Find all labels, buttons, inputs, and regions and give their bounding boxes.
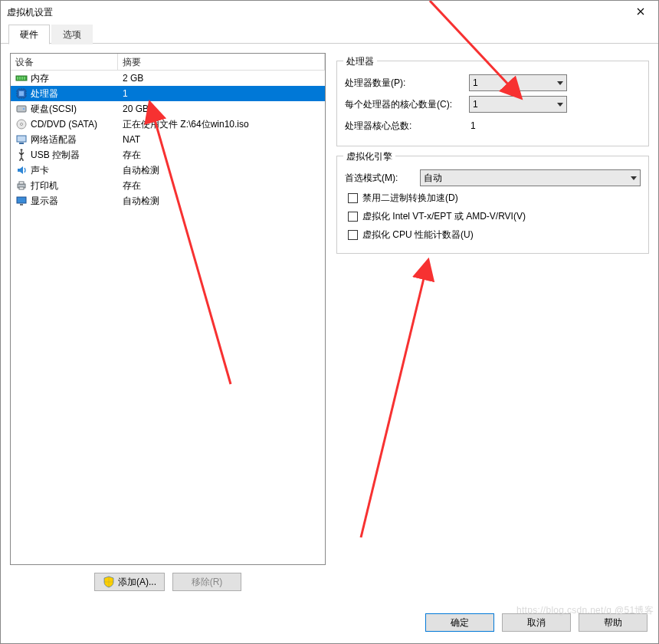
hardware-row[interactable]: 打印机存在 xyxy=(11,178,325,193)
hardware-row-summary: 1 xyxy=(118,88,325,99)
checkbox-icon xyxy=(348,230,358,240)
preferred-mode-label: 首选模式(M): xyxy=(345,172,415,185)
hardware-row-summary: 自动检测 xyxy=(118,164,325,177)
chk-perf-counters[interactable]: 虚拟化 CPU 性能计数器(U) xyxy=(345,225,641,244)
svg-rect-29 xyxy=(20,204,23,205)
add-button-label: 添加(A)... xyxy=(118,576,156,589)
remove-button-label: 移除(R) xyxy=(192,576,223,589)
svg-rect-2 xyxy=(19,77,21,80)
hardware-row[interactable]: 网络适配器NAT xyxy=(11,132,325,147)
tab-hardware[interactable]: 硬件 xyxy=(8,25,50,44)
shield-icon xyxy=(103,576,115,588)
hardware-row-summary: 2 GB xyxy=(118,73,325,84)
chevron-down-icon xyxy=(557,81,563,85)
hardware-actions: 添加(A)... 移除(R) xyxy=(10,565,326,597)
sound-icon xyxy=(15,164,28,176)
disk-icon xyxy=(15,103,28,115)
tabbar: 硬件 选项 xyxy=(1,24,658,44)
svg-rect-28 xyxy=(17,197,26,203)
preferred-mode-select[interactable]: 自动 xyxy=(420,169,641,186)
total-cores-value: 1 xyxy=(469,120,476,131)
chk-disable-binary[interactable]: 禁用二进制转换加速(D) xyxy=(345,189,641,207)
chk-perf-counters-label: 虚拟化 CPU 性能计数器(U) xyxy=(362,228,474,242)
memory-icon xyxy=(15,72,28,84)
close-button[interactable] xyxy=(623,1,658,24)
hardware-row[interactable]: 内存2 GB xyxy=(11,71,325,86)
printer-icon xyxy=(15,179,28,192)
svg-point-22 xyxy=(21,123,23,126)
hardware-row-summary: NAT xyxy=(118,134,325,145)
proc-count-value: 1 xyxy=(473,77,478,88)
proc-count-select[interactable]: 1 xyxy=(469,74,567,91)
group-processors: 处理器 处理器数量(P): 1 每个处理器的核心数量(C): 1 xyxy=(336,61,649,146)
cores-per-proc-label: 每个处理器的核心数量(C): xyxy=(345,98,464,111)
chk-disable-binary-label: 禁用二进制转换加速(D) xyxy=(362,192,458,205)
hardware-row-summary: 自动检测 xyxy=(118,195,325,208)
tab-options[interactable]: 选项 xyxy=(51,25,93,44)
svg-rect-27 xyxy=(19,187,24,189)
window-title: 虚拟机设置 xyxy=(7,6,623,19)
titlebar: 虚拟机设置 xyxy=(1,1,658,24)
chevron-down-icon xyxy=(631,176,637,180)
svg-rect-24 xyxy=(19,143,24,144)
hardware-row-name: USB 控制器 xyxy=(31,149,80,162)
hardware-row-name: 声卡 xyxy=(31,164,49,177)
proc-count-label: 处理器数量(P): xyxy=(345,77,464,90)
close-icon xyxy=(637,7,644,18)
checkbox-icon xyxy=(348,193,358,203)
svg-rect-4 xyxy=(24,77,25,80)
svg-rect-6 xyxy=(19,91,24,96)
svg-rect-23 xyxy=(17,136,26,142)
display-icon xyxy=(15,195,28,207)
right-panel: 处理器 处理器数量(P): 1 每个处理器的核心数量(C): 1 xyxy=(336,53,649,597)
hardware-row[interactable]: 显示器自动检测 xyxy=(11,193,325,209)
preferred-mode-value: 自动 xyxy=(424,172,442,185)
hardware-row-summary: 20 GB xyxy=(118,104,325,114)
svg-rect-3 xyxy=(21,77,23,80)
ok-button[interactable]: 确定 xyxy=(425,613,494,632)
hardware-row-name: 内存 xyxy=(31,72,49,85)
checkbox-icon xyxy=(348,212,358,222)
disc-icon xyxy=(15,118,28,130)
remove-button[interactable]: 移除(R) xyxy=(172,573,241,591)
group-virtualization: 虚拟化引擎 首选模式(M): 自动 禁用二进制转换加速(D) 虚拟化 Intel… xyxy=(336,156,649,254)
hardware-row-summary: 正在使用文件 Z:\64位win10.iso xyxy=(118,118,325,131)
left-panel: 设备 摘要 内存2 GB处理器1硬盘(SCSI)20 GBCD/DVD (SAT… xyxy=(10,53,326,597)
hardware-row[interactable]: 声卡自动检测 xyxy=(11,163,325,178)
content: 设备 摘要 内存2 GB处理器1硬盘(SCSI)20 GBCD/DVD (SAT… xyxy=(1,48,658,597)
cores-per-proc-select[interactable]: 1 xyxy=(469,96,567,113)
col-summary: 摘要 xyxy=(118,54,325,70)
hardware-row[interactable]: 硬盘(SCSI)20 GB xyxy=(11,101,325,117)
help-button[interactable]: 帮助 xyxy=(579,613,648,632)
hardware-row-name: CD/DVD (SATA) xyxy=(31,119,97,130)
hardware-row[interactable]: USB 控制器存在 xyxy=(11,147,325,163)
group-processors-legend: 处理器 xyxy=(343,55,377,68)
cores-per-proc-value: 1 xyxy=(473,99,478,110)
hardware-row-name: 处理器 xyxy=(31,87,58,100)
group-virtualization-legend: 虚拟化引擎 xyxy=(343,150,395,163)
network-icon xyxy=(15,133,28,146)
svg-rect-19 xyxy=(17,106,26,112)
footer: 确定 取消 帮助 xyxy=(1,602,658,643)
usb-icon xyxy=(15,149,28,161)
hardware-row-name: 网络适配器 xyxy=(31,133,77,146)
col-device: 设备 xyxy=(11,54,118,70)
svg-rect-1 xyxy=(17,77,18,80)
cpu-icon xyxy=(15,87,28,100)
hardware-row-summary: 存在 xyxy=(118,149,325,162)
add-button[interactable]: 添加(A)... xyxy=(94,573,165,591)
chevron-down-icon xyxy=(557,103,563,107)
hardware-row[interactable]: CD/DVD (SATA)正在使用文件 Z:\64位win10.iso xyxy=(11,117,325,132)
total-cores-label: 处理器核心总数: xyxy=(345,120,464,133)
hardware-row[interactable]: 处理器1 xyxy=(11,86,325,101)
hardware-row-name: 显示器 xyxy=(31,195,58,208)
chk-vtx-label: 虚拟化 Intel VT-x/EPT 或 AMD-V/RVI(V) xyxy=(362,210,526,223)
hardware-row-name: 打印机 xyxy=(31,179,58,192)
hardware-list: 设备 摘要 内存2 GB处理器1硬盘(SCSI)20 GBCD/DVD (SAT… xyxy=(10,53,326,565)
vm-settings-dialog: 虚拟机设置 硬件 选项 设备 摘要 内存2 GB处理器1硬盘(SCSI)20 G… xyxy=(0,0,659,644)
chk-vtx[interactable]: 虚拟化 Intel VT-x/EPT 或 AMD-V/RVI(V) xyxy=(345,207,641,225)
cancel-button[interactable]: 取消 xyxy=(502,613,571,632)
hardware-header: 设备 摘要 xyxy=(11,54,325,71)
hardware-row-summary: 存在 xyxy=(118,179,325,192)
svg-rect-26 xyxy=(19,182,24,184)
